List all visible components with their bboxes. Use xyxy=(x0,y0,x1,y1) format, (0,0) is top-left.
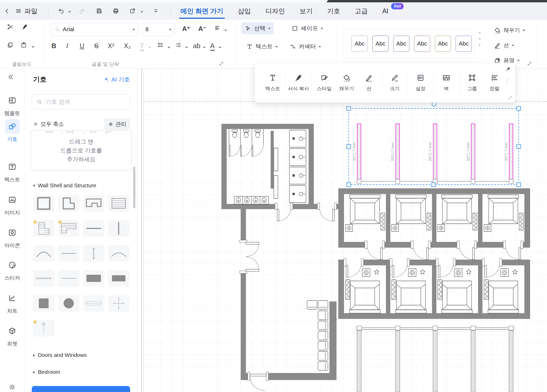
undo-button[interactable] xyxy=(56,6,66,16)
back-button[interactable] xyxy=(2,6,12,16)
float-group-button[interactable]: 그룹 xyxy=(461,74,483,92)
symbol-tile-wall-thin[interactable] xyxy=(58,245,79,262)
float-style-button[interactable]: 스타일 xyxy=(313,74,335,92)
ab-caret[interactable] xyxy=(203,47,206,50)
symbol-tile-dim-cross[interactable] xyxy=(108,295,129,312)
sidebar-item-icons[interactable]: 아이콘 xyxy=(0,225,24,249)
expand-style-panel-icon[interactable] xyxy=(527,61,532,66)
symbol-tile-wall-lined[interactable] xyxy=(108,195,129,212)
style-preset-4[interactable]: Abc xyxy=(414,36,430,52)
ai-symbol-button[interactable]: AI 기호 xyxy=(103,76,130,83)
text-color-caret[interactable] xyxy=(148,47,151,50)
superscript-button[interactable]: X² xyxy=(108,42,114,50)
tab-main[interactable]: 메인 화면 가기 xyxy=(181,2,223,20)
paste-icon[interactable] xyxy=(20,42,27,48)
italic-button[interactable]: I xyxy=(66,42,68,49)
expand-font-panel-icon[interactable] xyxy=(219,61,224,66)
symbol-tile-wall-v-dim[interactable] xyxy=(83,245,104,262)
subscript-button[interactable]: X₂ xyxy=(124,42,131,50)
symbol-tile-dashed-rect[interactable] xyxy=(83,295,104,312)
gallery-expand-icon[interactable] xyxy=(478,43,482,47)
shape-tool[interactable]: 셰이프 xyxy=(288,22,326,34)
symbol-tile-wall-v[interactable] xyxy=(108,220,129,237)
increase-font-button[interactable]: A⁺ xyxy=(182,25,190,33)
symbol-search-input[interactable] xyxy=(46,99,126,105)
underline-button[interactable]: U xyxy=(80,42,84,50)
text-tool[interactable]: 텍스트 xyxy=(243,41,281,53)
pin-icon[interactable] xyxy=(505,66,511,72)
collapse-all-button[interactable]: 모두 축소 xyxy=(33,120,64,128)
copy-icon[interactable] xyxy=(7,42,14,48)
collapse-toolbar-button[interactable] xyxy=(151,6,161,16)
float-text-button[interactable]: 텍스트 xyxy=(262,74,284,92)
line-spacing-caret[interactable] xyxy=(168,47,170,50)
symbol-tile-solid-square[interactable] xyxy=(33,295,54,312)
floor-plan[interactable]: 2071.7 mm2071.7 mm2071.7 mm2071.7 mm2071… xyxy=(137,68,547,392)
symbol-tile-wall-h[interactable] xyxy=(83,220,104,237)
gallery-up-icon[interactable] xyxy=(478,31,482,35)
drawing-canvas[interactable]: 2071.7 mm2071.7 mm2071.7 mm2071.7 mm2071… xyxy=(137,68,547,392)
float-size-button[interactable]: 크기 xyxy=(384,74,406,92)
symbol-tile-room-square[interactable] xyxy=(33,195,54,212)
float-painter-button[interactable]: 서식 복사 xyxy=(287,74,310,92)
bold-button[interactable]: B xyxy=(52,42,56,50)
sidebar-item-templates[interactable]: 템플릿 xyxy=(0,93,24,117)
redo-button[interactable] xyxy=(77,6,87,16)
strikethrough-button[interactable]: S xyxy=(94,42,99,50)
symbol-search[interactable] xyxy=(32,94,130,110)
font-size-select[interactable]: 8 xyxy=(142,23,175,36)
bullet-list-icon[interactable] xyxy=(175,42,182,48)
print-button[interactable] xyxy=(111,6,121,16)
gallery-down-icon[interactable] xyxy=(478,37,482,41)
list-caret[interactable] xyxy=(185,47,188,50)
align-text-icon[interactable] xyxy=(214,24,221,31)
connector-tool[interactable]: 커넥터 xyxy=(286,41,324,53)
symbol-tile-stairs-l[interactable] xyxy=(33,220,54,237)
decrease-font-button[interactable]: A⁻ xyxy=(198,25,206,33)
font-family-select[interactable]: Arial xyxy=(51,23,138,36)
settings-icon[interactable] xyxy=(8,383,16,391)
tab-AI[interactable]: AIhot xyxy=(382,2,389,20)
section-wall-shell[interactable]: ▾ Wall Shell and Structure xyxy=(33,182,96,189)
float-settings-button[interactable]: 설정 xyxy=(409,74,432,92)
sidebar-item-images[interactable]: 이미지 xyxy=(0,192,24,216)
tab-보기[interactable]: 보기 xyxy=(300,2,313,20)
align-caret[interactable] xyxy=(224,30,227,33)
sidebar-item-symbols[interactable]: 기호 xyxy=(0,119,24,143)
symbol-tile-solid-rect[interactable] xyxy=(83,270,104,287)
symbol-tile-arc-wall[interactable] xyxy=(33,245,54,262)
sidebar-item-widgets[interactable]: 위젯 xyxy=(0,324,24,347)
font-color-button[interactable]: A xyxy=(210,42,215,51)
share-caret[interactable] xyxy=(141,11,143,14)
symbol-tile-node-line[interactable] xyxy=(33,270,54,287)
text-color-button[interactable]: T xyxy=(140,42,144,51)
more-options-icon[interactable] xyxy=(504,78,510,84)
float-wall-button[interactable]: 벽 xyxy=(435,74,457,92)
file-menu[interactable]: 파일 xyxy=(15,6,37,16)
panel-scrollbar[interactable] xyxy=(133,166,135,208)
symbol-tile-dotted-v[interactable] xyxy=(33,320,54,337)
section-bedroom[interactable]: ▸ Bedroom xyxy=(33,369,60,375)
select-tool[interactable]: 선택 xyxy=(241,22,274,34)
sidebar-item-charts[interactable]: 차트 xyxy=(0,291,24,314)
style-preset-3[interactable]: Abc xyxy=(393,36,409,52)
symbol-tile-solid-rect-2[interactable] xyxy=(108,270,129,287)
cut-icon[interactable] xyxy=(7,23,14,30)
symbol-tile-line[interactable] xyxy=(58,270,79,287)
tab-디자인[interactable]: 디자인 xyxy=(265,2,285,20)
resize-handle-icon[interactable] xyxy=(508,96,512,100)
collapse-panel-icon[interactable] xyxy=(7,74,14,80)
share-button[interactable] xyxy=(128,6,137,16)
tab-고급[interactable]: 고급 xyxy=(355,2,368,20)
ab-case-button[interactable]: ab xyxy=(193,42,200,50)
tab-삽입[interactable]: 삽입 xyxy=(238,2,251,20)
line-spacing-icon[interactable] xyxy=(157,42,164,48)
style-preset-5[interactable]: Abc xyxy=(435,36,451,52)
font-color-caret[interactable] xyxy=(219,47,221,50)
line-button[interactable]: 선 xyxy=(494,42,514,49)
float-fill-button[interactable]: 채우기 xyxy=(335,74,358,92)
style-preset-2[interactable]: Abc xyxy=(372,36,389,52)
symbol-tile-solid-circle[interactable] xyxy=(58,295,79,312)
style-preset-6[interactable]: Abc xyxy=(456,36,472,52)
float-align-button[interactable]: 정렬 xyxy=(483,74,506,92)
